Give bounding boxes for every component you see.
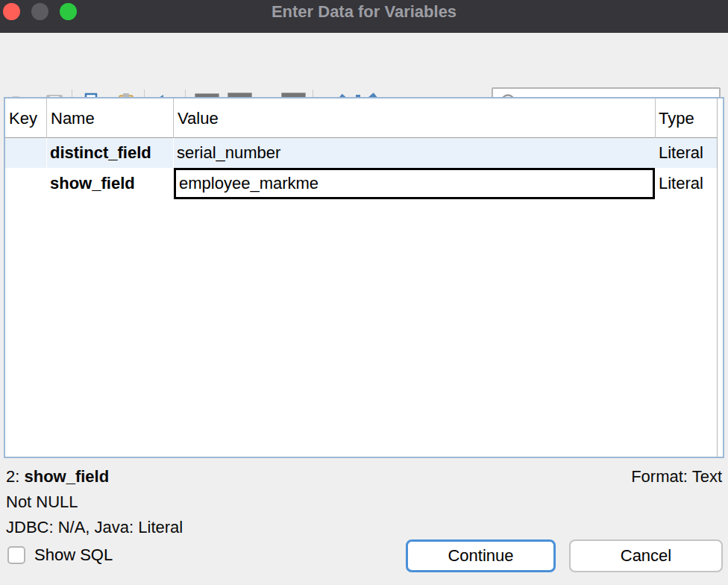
column-divider <box>46 98 47 138</box>
column-header-type[interactable]: Type <box>659 98 694 138</box>
column-divider <box>173 98 174 138</box>
nullability-label: Not NULL <box>6 489 722 515</box>
show-sql-label: Show SQL <box>34 545 113 566</box>
variables-table[interactable]: Key Name Value Type distinct_field seria… <box>4 97 724 458</box>
value-edit-input[interactable] <box>176 170 653 197</box>
cancel-button[interactable]: Cancel <box>569 539 723 572</box>
cell-value[interactable]: serial_number <box>177 138 280 168</box>
continue-button[interactable]: Continue <box>406 539 556 572</box>
titlebar: Enter Data for Variables <box>0 0 728 33</box>
binding-label: JDBC: N/A, Java: Literal <box>6 515 722 540</box>
show-sql-checkbox[interactable] <box>7 546 25 564</box>
parameter-index-line: 2: show_field <box>6 464 722 489</box>
column-header-value[interactable]: Value <box>178 98 219 138</box>
cell-name[interactable]: show_field <box>50 168 169 198</box>
column-header-name[interactable]: Name <box>51 98 95 138</box>
format-label: Format: Text <box>631 464 722 489</box>
table-row[interactable]: show_field Literal <box>5 168 717 199</box>
cell-type[interactable]: Literal <box>659 168 703 198</box>
table-header: Key Name Value Type <box>5 98 717 138</box>
cell-name[interactable]: distinct_field <box>50 138 169 168</box>
parameter-details: 2: show_field Format: Text Not NULL JDBC… <box>6 464 722 540</box>
parameter-name: show_field <box>24 467 109 486</box>
column-header-key[interactable]: Key <box>9 98 37 138</box>
enter-data-dialog: Enter Data for Variables <box>0 0 728 585</box>
parameter-index: 2: <box>6 467 24 486</box>
value-edit-cell[interactable] <box>174 168 655 199</box>
table-gutter-line <box>717 98 718 457</box>
toolbar <box>0 33 728 97</box>
window-title: Enter Data for Variables <box>0 2 728 22</box>
cell-type[interactable]: Literal <box>659 138 703 168</box>
table-row[interactable]: distinct_field serial_number Literal <box>5 138 717 168</box>
column-divider <box>655 98 656 138</box>
